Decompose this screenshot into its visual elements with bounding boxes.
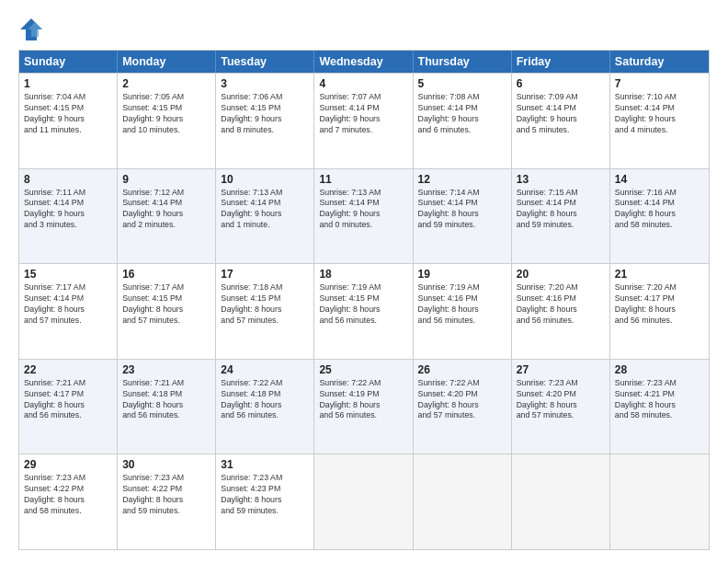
day-number: 13	[517, 173, 605, 186]
calendar-cell-4-1: 22Sunrise: 7:21 AM Sunset: 4:17 PM Dayli…	[19, 360, 118, 454]
day-number: 22	[24, 363, 112, 376]
calendar-cell-1-1: 1Sunrise: 7:04 AM Sunset: 4:15 PM Daylig…	[19, 74, 118, 168]
day-number: 7	[615, 77, 704, 90]
day-number: 18	[319, 268, 407, 281]
logo	[18, 17, 48, 42]
calendar-cell-4-6: 27Sunrise: 7:23 AM Sunset: 4:20 PM Dayli…	[512, 360, 610, 454]
cell-info: Sunrise: 7:23 AM Sunset: 4:22 PM Dayligh…	[122, 473, 210, 517]
cell-info: Sunrise: 7:15 AM Sunset: 4:14 PM Dayligh…	[517, 188, 605, 232]
calendar-cell-5-3: 31Sunrise: 7:23 AM Sunset: 4:23 PM Dayli…	[216, 454, 314, 549]
calendar-cell-2-3: 10Sunrise: 7:13 AM Sunset: 4:14 PM Dayli…	[216, 169, 314, 264]
calendar-cell-1-6: 6Sunrise: 7:09 AM Sunset: 4:14 PM Daylig…	[512, 74, 610, 168]
day-number: 24	[221, 363, 309, 376]
cell-info: Sunrise: 7:18 AM Sunset: 4:15 PM Dayligh…	[221, 282, 309, 327]
day-number: 27	[517, 363, 605, 376]
calendar-row-1: 1Sunrise: 7:04 AM Sunset: 4:15 PM Daylig…	[19, 73, 709, 168]
calendar-row-5: 29Sunrise: 7:23 AM Sunset: 4:22 PM Dayli…	[19, 454, 709, 549]
day-number: 30	[122, 458, 210, 471]
day-number: 17	[221, 268, 309, 281]
calendar-cell-3-6: 20Sunrise: 7:20 AM Sunset: 4:16 PM Dayli…	[512, 264, 610, 359]
day-number: 21	[615, 268, 704, 281]
calendar-cell-4-2: 23Sunrise: 7:21 AM Sunset: 4:18 PM Dayli…	[118, 360, 216, 454]
calendar-row-2: 8Sunrise: 7:11 AM Sunset: 4:14 PM Daylig…	[19, 168, 709, 264]
cell-info: Sunrise: 7:20 AM Sunset: 4:16 PM Dayligh…	[517, 282, 605, 327]
calendar-cell-1-5: 5Sunrise: 7:08 AM Sunset: 4:14 PM Daylig…	[414, 74, 512, 168]
calendar-cell-2-6: 13Sunrise: 7:15 AM Sunset: 4:14 PM Dayli…	[512, 169, 610, 264]
cell-info: Sunrise: 7:12 AM Sunset: 4:14 PM Dayligh…	[122, 188, 210, 232]
cell-info: Sunrise: 7:14 AM Sunset: 4:14 PM Dayligh…	[418, 188, 506, 232]
calendar-cell-4-7: 28Sunrise: 7:23 AM Sunset: 4:21 PM Dayli…	[610, 360, 709, 454]
calendar-cell-5-1: 29Sunrise: 7:23 AM Sunset: 4:22 PM Dayli…	[19, 454, 118, 549]
day-number: 8	[24, 173, 112, 186]
calendar-cell-5-5	[414, 454, 512, 549]
cell-info: Sunrise: 7:22 AM Sunset: 4:19 PM Dayligh…	[319, 378, 407, 422]
calendar-cell-1-7: 7Sunrise: 7:10 AM Sunset: 4:14 PM Daylig…	[610, 74, 709, 168]
day-number: 1	[24, 77, 112, 90]
cell-info: Sunrise: 7:08 AM Sunset: 4:14 PM Dayligh…	[418, 92, 506, 136]
day-number: 28	[615, 363, 704, 376]
cell-info: Sunrise: 7:21 AM Sunset: 4:17 PM Dayligh…	[24, 378, 112, 422]
cell-info: Sunrise: 7:13 AM Sunset: 4:14 PM Dayligh…	[319, 188, 407, 232]
cell-info: Sunrise: 7:23 AM Sunset: 4:23 PM Dayligh…	[221, 473, 309, 517]
day-number: 3	[221, 77, 309, 90]
day-number: 19	[418, 268, 506, 281]
cell-info: Sunrise: 7:05 AM Sunset: 4:15 PM Dayligh…	[122, 92, 210, 136]
header-day-saturday: Saturday	[610, 51, 709, 73]
page: SundayMondayTuesdayWednesdayThursdayFrid…	[0, 0, 728, 563]
cell-info: Sunrise: 7:04 AM Sunset: 4:15 PM Dayligh…	[24, 92, 112, 136]
calendar-cell-5-2: 30Sunrise: 7:23 AM Sunset: 4:22 PM Dayli…	[118, 454, 216, 549]
calendar-cell-5-4	[314, 454, 413, 549]
calendar-cell-4-3: 24Sunrise: 7:22 AM Sunset: 4:18 PM Dayli…	[216, 360, 314, 454]
calendar-cell-2-2: 9Sunrise: 7:12 AM Sunset: 4:14 PM Daylig…	[118, 169, 216, 264]
calendar-cell-2-7: 14Sunrise: 7:16 AM Sunset: 4:14 PM Dayli…	[610, 169, 709, 264]
cell-info: Sunrise: 7:20 AM Sunset: 4:17 PM Dayligh…	[615, 282, 704, 327]
day-number: 10	[221, 173, 309, 186]
day-number: 20	[517, 268, 605, 281]
header-day-sunday: Sunday	[19, 51, 118, 73]
calendar-row-4: 22Sunrise: 7:21 AM Sunset: 4:17 PM Dayli…	[19, 359, 709, 454]
header-day-friday: Friday	[512, 51, 610, 73]
cell-info: Sunrise: 7:23 AM Sunset: 4:22 PM Dayligh…	[24, 473, 112, 517]
cell-info: Sunrise: 7:09 AM Sunset: 4:14 PM Dayligh…	[517, 92, 605, 136]
day-number: 9	[122, 173, 210, 186]
header	[18, 17, 710, 42]
calendar-cell-2-4: 11Sunrise: 7:13 AM Sunset: 4:14 PM Dayli…	[314, 169, 413, 264]
day-number: 12	[418, 173, 506, 186]
cell-info: Sunrise: 7:23 AM Sunset: 4:20 PM Dayligh…	[517, 378, 605, 422]
cell-info: Sunrise: 7:19 AM Sunset: 4:16 PM Dayligh…	[418, 282, 506, 327]
cell-info: Sunrise: 7:10 AM Sunset: 4:14 PM Dayligh…	[615, 92, 704, 136]
cell-info: Sunrise: 7:17 AM Sunset: 4:15 PM Dayligh…	[122, 282, 210, 327]
calendar-cell-3-3: 17Sunrise: 7:18 AM Sunset: 4:15 PM Dayli…	[216, 264, 314, 359]
header-day-wednesday: Wednesday	[314, 51, 413, 73]
day-number: 4	[319, 77, 407, 90]
calendar-cell-4-4: 25Sunrise: 7:22 AM Sunset: 4:19 PM Dayli…	[314, 360, 413, 454]
cell-info: Sunrise: 7:06 AM Sunset: 4:15 PM Dayligh…	[221, 92, 309, 136]
day-number: 23	[122, 363, 210, 376]
cell-info: Sunrise: 7:13 AM Sunset: 4:14 PM Dayligh…	[221, 188, 309, 232]
day-number: 29	[24, 458, 112, 471]
cell-info: Sunrise: 7:21 AM Sunset: 4:18 PM Dayligh…	[122, 378, 210, 422]
calendar-cell-1-3: 3Sunrise: 7:06 AM Sunset: 4:15 PM Daylig…	[216, 74, 314, 168]
header-day-thursday: Thursday	[414, 51, 512, 73]
cell-info: Sunrise: 7:16 AM Sunset: 4:14 PM Dayligh…	[615, 188, 704, 232]
calendar-cell-3-4: 18Sunrise: 7:19 AM Sunset: 4:15 PM Dayli…	[314, 264, 413, 359]
calendar-cell-4-5: 26Sunrise: 7:22 AM Sunset: 4:20 PM Dayli…	[414, 360, 512, 454]
day-number: 6	[517, 77, 605, 90]
day-number: 25	[319, 363, 407, 376]
day-number: 31	[221, 458, 309, 471]
header-day-tuesday: Tuesday	[216, 51, 314, 73]
day-number: 2	[122, 77, 210, 90]
calendar-cell-3-1: 15Sunrise: 7:17 AM Sunset: 4:14 PM Dayli…	[19, 264, 118, 359]
calendar-cell-3-5: 19Sunrise: 7:19 AM Sunset: 4:16 PM Dayli…	[414, 264, 512, 359]
calendar-cell-3-2: 16Sunrise: 7:17 AM Sunset: 4:15 PM Dayli…	[118, 264, 216, 359]
calendar-cell-1-4: 4Sunrise: 7:07 AM Sunset: 4:14 PM Daylig…	[314, 74, 413, 168]
cell-info: Sunrise: 7:11 AM Sunset: 4:14 PM Dayligh…	[24, 188, 112, 232]
cell-info: Sunrise: 7:17 AM Sunset: 4:14 PM Dayligh…	[24, 282, 112, 327]
calendar-header: SundayMondayTuesdayWednesdayThursdayFrid…	[19, 51, 709, 73]
calendar-cell-2-5: 12Sunrise: 7:14 AM Sunset: 4:14 PM Dayli…	[414, 169, 512, 264]
cell-info: Sunrise: 7:19 AM Sunset: 4:15 PM Dayligh…	[319, 282, 407, 327]
cell-info: Sunrise: 7:07 AM Sunset: 4:14 PM Dayligh…	[319, 92, 407, 136]
calendar-body: 1Sunrise: 7:04 AM Sunset: 4:15 PM Daylig…	[19, 73, 709, 549]
calendar: SundayMondayTuesdayWednesdayThursdayFrid…	[18, 50, 710, 550]
day-number: 14	[615, 173, 704, 186]
